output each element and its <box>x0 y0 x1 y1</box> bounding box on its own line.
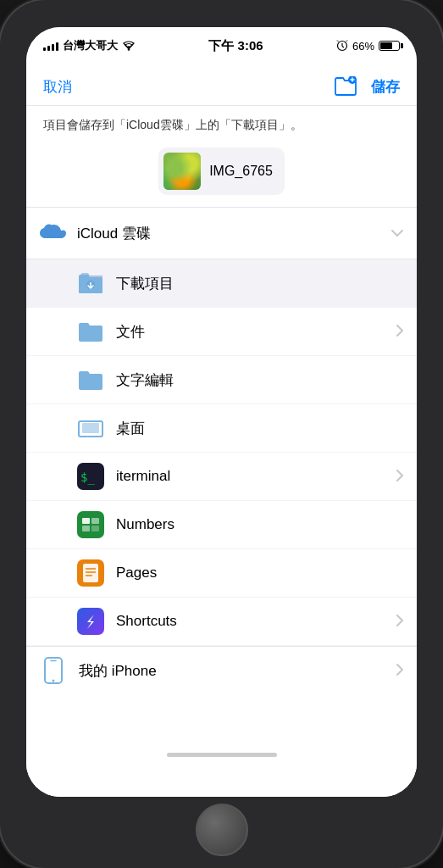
textedit-folder-icon <box>77 366 104 393</box>
phone-bottom <box>196 797 248 868</box>
folder-label-textedit: 文字編輯 <box>116 370 403 390</box>
folder-item-pages[interactable]: Pages <box>26 549 417 598</box>
folder-label-desktop: 桌面 <box>116 419 403 438</box>
status-left: 台灣大哥大 <box>43 38 136 53</box>
svg-rect-17 <box>82 526 90 531</box>
shortcuts-chevron-icon <box>396 615 403 629</box>
home-indicator <box>167 753 277 757</box>
cancel-button[interactable]: 取消 <box>43 77 72 97</box>
iterminal-app-icon: $_ <box>77 463 104 490</box>
alarm-icon <box>336 40 348 52</box>
svg-point-0 <box>128 48 130 51</box>
svg-text:$_: $_ <box>80 470 95 485</box>
folder-item-textedit[interactable]: 文字編輯 <box>26 356 417 404</box>
wifi-icon <box>122 41 136 51</box>
new-folder-button[interactable] <box>334 76 357 97</box>
new-folder-icon <box>334 76 357 97</box>
downloads-folder-icon <box>77 270 104 297</box>
battery-icon <box>379 41 400 51</box>
status-right: 66% <box>336 40 400 53</box>
folder-label-documents: 文件 <box>116 322 390 342</box>
iphone-icon <box>40 657 67 684</box>
folder-item-iterminal[interactable]: $_ iterminal <box>26 453 417 501</box>
header-right: 儲存 <box>334 76 400 97</box>
modal-header: 取消 儲存 <box>26 64 417 106</box>
svg-line-3 <box>342 47 344 48</box>
carrier-label: 台灣大哥大 <box>63 38 118 53</box>
icloud-label: iCloud 雲碟 <box>77 224 391 243</box>
folder-label-iterminal: iterminal <box>116 468 390 485</box>
screen: 台灣大哥大 下午 3:06 66% <box>26 27 417 797</box>
status-time: 下午 3:06 <box>208 38 263 54</box>
icloud-section-header[interactable]: iCloud 雲碟 <box>26 208 417 259</box>
svg-rect-20 <box>83 564 98 582</box>
folder-item-desktop[interactable]: 桌面 <box>26 404 417 453</box>
bottom-area <box>26 746 417 797</box>
signal-icon <box>43 41 58 51</box>
svg-rect-15 <box>82 518 90 524</box>
iterminal-chevron-icon <box>396 470 403 484</box>
folder-item-shortcuts[interactable]: Shortcuts <box>26 598 417 646</box>
documents-folder-icon <box>77 318 104 345</box>
svg-rect-18 <box>91 526 99 531</box>
save-button[interactable]: 儲存 <box>371 77 400 97</box>
folder-item-documents[interactable]: 文件 <box>26 308 417 356</box>
content-area: 取消 儲存 項目會儲存到「iCloud雲碟」上的「下載項目」。 <box>26 64 417 797</box>
file-thumbnail <box>163 153 201 190</box>
svg-rect-11 <box>82 423 99 433</box>
icloud-icon <box>40 220 67 247</box>
file-chip: IMG_6765 <box>158 147 285 195</box>
folder-label-numbers: Numbers <box>116 516 403 533</box>
svg-point-27 <box>53 680 55 682</box>
svg-line-5 <box>346 41 347 42</box>
phone-frame: 台灣大哥大 下午 3:06 66% <box>0 0 443 868</box>
folder-label-downloads: 下載項目 <box>116 274 403 293</box>
home-button[interactable] <box>196 804 248 856</box>
my-iphone-chevron-icon <box>396 664 403 678</box>
svg-rect-16 <box>91 518 99 524</box>
status-bar: 台灣大哥大 下午 3:06 66% <box>26 27 417 64</box>
folder-label-pages: Pages <box>116 565 403 581</box>
folder-item-downloads[interactable]: 下載項目 <box>26 259 417 308</box>
svg-line-4 <box>337 41 339 42</box>
pages-app-icon <box>77 559 104 587</box>
svg-rect-14 <box>77 511 104 538</box>
documents-chevron-icon <box>396 325 403 339</box>
file-name: IMG_6765 <box>209 164 273 179</box>
file-preview: IMG_6765 <box>26 144 417 207</box>
shortcuts-app-icon <box>77 608 104 635</box>
folder-item-numbers[interactable]: Numbers <box>26 501 417 549</box>
my-iphone-row[interactable]: 我的 iPhone <box>26 646 417 694</box>
icloud-chevron-icon <box>391 226 403 240</box>
info-description: 項目會儲存到「iCloud雲碟」上的「下載項目」。 <box>26 106 417 144</box>
folder-label-shortcuts: Shortcuts <box>116 613 390 630</box>
numbers-app-icon <box>77 511 104 538</box>
location-list[interactable]: iCloud 雲碟 <box>26 208 417 746</box>
my-iphone-label: 我的 iPhone <box>79 661 390 681</box>
battery-percent: 66% <box>352 40 374 53</box>
desktop-folder-icon <box>77 415 104 442</box>
